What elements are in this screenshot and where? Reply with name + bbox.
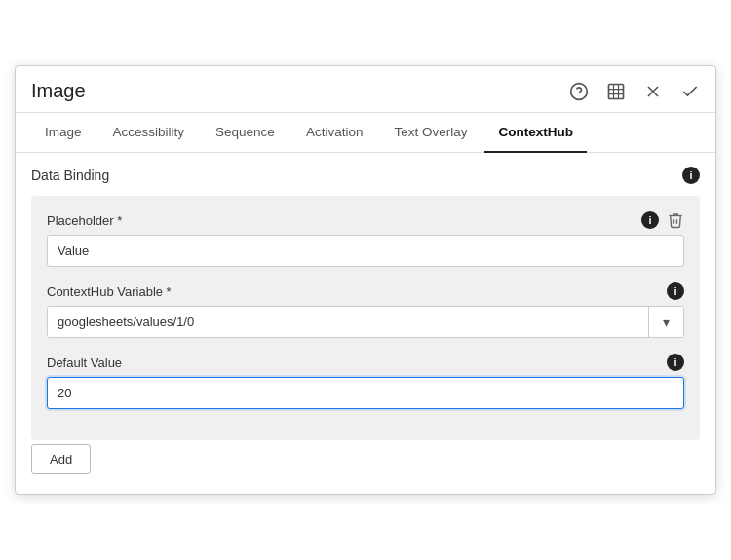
tab-contexthub[interactable]: ContextHub: [484, 113, 587, 153]
default-value-field-group: Default Value i: [47, 354, 684, 409]
contexthub-variable-dropdown[interactable]: googlesheets/values/1/0 ▾: [47, 306, 684, 338]
help-icon[interactable]: [569, 82, 589, 101]
placeholder-label-row: Placeholder * i: [47, 211, 684, 229]
maximize-icon[interactable]: [606, 82, 626, 101]
contexthub-variable-label: ContextHub Variable *: [47, 284, 172, 299]
placeholder-label: Placeholder *: [47, 213, 122, 228]
contexthub-variable-field-group: ContextHub Variable * i googlesheets/val…: [47, 282, 684, 338]
dialog: Image: [15, 65, 716, 495]
default-value-label-row: Default Value i: [47, 354, 684, 371]
header-icons: [569, 82, 700, 101]
close-icon[interactable]: [643, 82, 663, 101]
svg-rect-2: [609, 84, 624, 98]
contexthub-variable-value: googlesheets/values/1/0: [48, 307, 648, 337]
default-value-info-icon[interactable]: i: [667, 354, 684, 371]
add-button[interactable]: Add: [31, 444, 91, 474]
tab-image[interactable]: Image: [31, 113, 96, 153]
placeholder-label-right: i: [641, 211, 684, 229]
tabs: Image Accessibility Sequence Activation …: [16, 113, 715, 153]
data-binding-info-icon[interactable]: i: [682, 167, 700, 184]
placeholder-field-group: Placeholder * i: [47, 211, 684, 267]
data-binding-panel: Placeholder * i: [31, 196, 700, 440]
section-header: Data Binding i: [31, 167, 700, 184]
dialog-header: Image: [16, 66, 715, 113]
default-value-input[interactable]: [47, 377, 684, 409]
default-value-label: Default Value: [47, 355, 122, 370]
dropdown-arrow-icon[interactable]: ▾: [648, 307, 683, 337]
dialog-body: Data Binding i Placeholder * i: [16, 153, 715, 494]
tab-accessibility[interactable]: Accessibility: [99, 113, 199, 153]
dialog-title: Image: [31, 80, 569, 102]
confirm-icon[interactable]: [680, 82, 700, 101]
contexthub-variable-info-icon[interactable]: i: [667, 282, 684, 300]
placeholder-info-icon[interactable]: i: [641, 211, 659, 229]
tab-activation[interactable]: Activation: [292, 113, 377, 153]
tab-sequence[interactable]: Sequence: [202, 113, 289, 153]
contexthub-variable-label-row: ContextHub Variable * i: [47, 282, 684, 300]
placeholder-input[interactable]: [47, 235, 684, 267]
tab-text-overlay[interactable]: Text Overlay: [380, 113, 481, 153]
section-title: Data Binding: [31, 168, 109, 183]
placeholder-delete-icon[interactable]: [667, 211, 684, 229]
